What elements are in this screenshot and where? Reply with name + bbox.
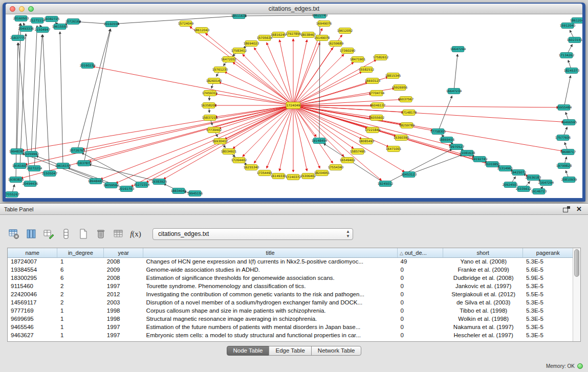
graph-node[interactable]: 17134262 [559, 53, 575, 58]
graph-edge[interactable] [244, 15, 320, 16]
graph-node[interactable]: 19615558 [52, 24, 68, 30]
graph-node[interactable]: 18948481 [88, 179, 104, 184]
graph-edge[interactable] [89, 105, 293, 162]
table-row[interactable]: 1872400712008Changes of HCN gene express… [8, 257, 573, 266]
graph-node[interactable]: 18471901 [350, 57, 366, 62]
graph-node[interactable]: 19146723 [531, 189, 547, 194]
graph-node[interactable]: 16255340 [244, 165, 259, 170]
table-row[interactable]: 1938455462009Genome-wide association stu… [8, 266, 573, 274]
network-view[interactable]: 1724049160461371605560217221840180854931… [6, 14, 582, 198]
table-row[interactable]: 977716911998Corpus callosum shape and si… [8, 307, 573, 315]
graph-edge[interactable] [82, 105, 293, 149]
new-file-icon[interactable] [77, 227, 90, 240]
graph-node[interactable]: 19425072 [511, 170, 527, 176]
graph-node[interactable]: 20494436 [23, 181, 38, 187]
graph-node[interactable]: 16647234 [446, 89, 462, 94]
row-view-icon[interactable] [59, 227, 73, 240]
graph-node[interactable]: 16149330 [271, 173, 287, 179]
graph-node[interactable]: 19161603 [12, 163, 28, 169]
column-header-out_de[interactable]: △out_de... [398, 248, 443, 257]
graph-node[interactable]: 16930412 [212, 139, 228, 144]
graph-edge[interactable] [42, 35, 50, 173]
column-header-pagerank[interactable]: pagerank [523, 248, 573, 257]
graph-node[interactable]: 18245373 [564, 68, 580, 74]
graph-node[interactable]: 20160550 [104, 21, 120, 27]
graph-node[interactable]: 19383925 [151, 179, 167, 185]
table-row[interactable]: 969969511998Structural magnetic resonanc… [8, 315, 573, 323]
graph-node[interactable]: 19382725 [44, 16, 60, 22]
graph-node[interactable]: 18085493 [359, 139, 375, 144]
graph-edge[interactable] [164, 105, 293, 179]
graph-node[interactable]: 18259789 [399, 123, 415, 128]
graph-node[interactable]: 17577606 [555, 135, 571, 141]
minimize-window-button[interactable] [19, 6, 25, 12]
graph-node[interactable]: 20810939 [561, 177, 577, 183]
graph-node[interactable]: 20160503 [13, 16, 29, 21]
graph-node[interactable]: 16549402 [340, 158, 356, 163]
column-header-title[interactable]: title [143, 248, 398, 257]
graph-node[interactable]: 20726769 [70, 148, 85, 154]
column-header-year[interactable]: year [104, 248, 143, 257]
table-row[interactable]: 946362711997Embryonic stem cells: a mode… [8, 331, 573, 339]
graph-edge[interactable] [293, 105, 564, 122]
graph-node[interactable]: 15857495 [350, 149, 366, 155]
graph-edge[interactable] [77, 29, 110, 150]
table-row[interactable]: 946554611997Estimation of the future num… [8, 323, 573, 331]
graph-node[interactable]: 16949076 [316, 21, 332, 27]
window-titlebar[interactable]: citations_edges.txt [6, 4, 582, 14]
table-scrollbar-thumb[interactable] [574, 249, 579, 277]
graph-node[interactable]: 19245012 [378, 181, 394, 187]
table-row[interactable]: 2242004622012Investigating the contribut… [8, 290, 573, 298]
graph-node[interactable]: 16046137 [370, 103, 386, 108]
graph-node[interactable]: 17055267 [6, 192, 19, 198]
graph-node[interactable]: 21837770 [10, 35, 26, 41]
graph-node[interactable]: 15761230 [212, 67, 228, 73]
table-row[interactable]: 1456911722003Disruption of a novel membe… [8, 298, 573, 307]
graph-node[interactable]: 18511632 [231, 14, 247, 19]
graph-node[interactable]: 15926956 [392, 85, 408, 91]
graph-node[interactable]: 20536183 [526, 175, 541, 181]
graph-node[interactable]: 16023151 [567, 37, 582, 43]
graph-node[interactable]: 19148454 [312, 138, 328, 144]
graph-edge[interactable] [93, 67, 293, 105]
graph-node[interactable]: 19612052 [337, 28, 353, 34]
edit-table-icon[interactable] [42, 227, 55, 240]
column-header-short[interactable]: short [443, 248, 523, 257]
tab-node-table[interactable]: Node Table [227, 346, 270, 356]
delete-icon[interactable] [94, 227, 107, 240]
graph-node[interactable]: 18260140 [206, 78, 222, 84]
graph-node[interactable]: 19948381 [9, 149, 25, 155]
graph-node[interactable]: 21035612 [516, 186, 532, 192]
graph-node[interactable]: 18204951 [314, 170, 330, 176]
graph-node[interactable]: 16466595 [561, 120, 577, 125]
import-table-icon[interactable] [112, 227, 125, 240]
graph-edge[interactable] [293, 105, 559, 107]
table-source-dropdown[interactable]: citations_edges.txt ▲▼ [153, 228, 353, 240]
graph-edge[interactable] [60, 32, 63, 166]
graph-node[interactable]: 16472051 [221, 57, 237, 62]
graph-edge[interactable] [25, 105, 293, 165]
tab-network-table[interactable]: Network Table [311, 346, 362, 356]
graph-node[interactable]: 21837870 [76, 161, 92, 166]
graph-node[interactable]: 17360290 [340, 48, 356, 54]
graph-node[interactable]: 19970527 [449, 144, 465, 150]
graph-node[interactable]: 17554340 [328, 165, 344, 170]
show-columns-icon[interactable] [25, 227, 38, 240]
graph-node[interactable]: 21272314 [134, 182, 150, 188]
graph-edge[interactable] [17, 24, 21, 151]
graph-node[interactable]: 21504947 [35, 27, 51, 33]
column-header-in_degree[interactable]: in_degree [57, 248, 104, 257]
graph-node[interactable]: 15724049 [178, 21, 194, 27]
column-header-name[interactable]: name [8, 248, 57, 257]
close-panel-icon[interactable]: ✕ [576, 206, 582, 212]
graph-node[interactable]: 20453123 [401, 172, 417, 178]
graph-node[interactable]: 19616158 [55, 163, 71, 169]
graph-node[interactable]: 15837210 [202, 115, 218, 121]
graph-edge[interactable] [454, 54, 458, 91]
graph-node[interactable]: 17758305 [430, 129, 446, 135]
memory-ok-indicator[interactable] [577, 363, 583, 369]
graph-node[interactable]: 16647294 [450, 47, 466, 52]
graph-node[interactable]: 15912040 [560, 23, 576, 29]
table-scrollbar[interactable] [573, 248, 580, 341]
graph-node[interactable]: 16816245 [271, 32, 287, 38]
